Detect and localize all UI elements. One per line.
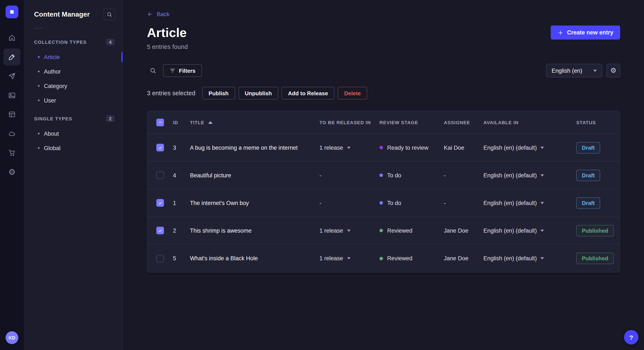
- cell-available-in[interactable]: English (en) (default): [484, 172, 576, 178]
- publish-button[interactable]: Publish: [202, 87, 235, 100]
- cell-available-in[interactable]: English (en) (default): [484, 200, 576, 206]
- strapi-logo[interactable]: [6, 5, 18, 18]
- bullet-icon: [38, 147, 40, 149]
- table-header-row: ID TITLE TO BE RELEASED IN REVIEW STAGE …: [147, 111, 620, 134]
- sort-ascending-icon[interactable]: [208, 121, 212, 124]
- sidebar-item-user[interactable]: User: [24, 93, 122, 108]
- cell-assignee: Jane Doe: [444, 227, 484, 234]
- cell-release: -: [320, 172, 380, 178]
- bullet-icon: [38, 71, 40, 72]
- status-badge: Draft: [576, 197, 600, 209]
- help-button[interactable]: ?: [624, 330, 638, 345]
- row-checkbox[interactable]: [156, 227, 164, 234]
- sidebar-item-label: User: [44, 97, 56, 104]
- single-types-count-badge: 2: [106, 115, 114, 122]
- bullet-icon: [38, 56, 40, 58]
- table-row[interactable]: 2 This shrimp is awesome 1 release Revie…: [147, 217, 620, 245]
- unpublish-button[interactable]: Unpublish: [238, 87, 278, 100]
- sidebar-item-author[interactable]: Author: [24, 64, 122, 79]
- status-badge: Draft: [576, 170, 600, 181]
- select-all-checkbox[interactable]: [156, 118, 164, 126]
- cell-available-in[interactable]: English (en) (default): [484, 227, 576, 234]
- table-row[interactable]: 5 What's inside a Black Hole 1 release R…: [147, 245, 620, 272]
- delete-button[interactable]: Delete: [338, 87, 367, 100]
- add-to-release-button[interactable]: Add to Release: [282, 87, 334, 100]
- cell-release[interactable]: 1 release: [320, 255, 380, 262]
- table-row[interactable]: 4 Beautiful picture - To do - English (e…: [147, 162, 620, 189]
- back-arrow-icon: [147, 11, 153, 17]
- row-checkbox[interactable]: [156, 255, 164, 262]
- entries-count: 5 entries found: [147, 43, 188, 50]
- status-badge: Published: [576, 225, 614, 236]
- cell-available-in[interactable]: English (en) (default): [484, 255, 576, 262]
- bullet-icon: [38, 133, 40, 134]
- stage-dot: [380, 201, 383, 204]
- sidebar-item-label: Article: [44, 54, 60, 60]
- content-manager-sidebar: Content Manager COLLECTION TYPES 4 Artic…: [24, 0, 123, 350]
- cell-title: This shrimp is awesome: [190, 217, 320, 244]
- entries-selected-text: 3 entries selected: [147, 90, 195, 97]
- table-row[interactable]: 1 The internet's Own boy - To do - Engli…: [147, 189, 620, 217]
- back-link[interactable]: Back: [147, 11, 170, 17]
- column-header-release[interactable]: TO BE RELEASED IN: [320, 120, 380, 125]
- sidebar-item-article[interactable]: Article: [24, 50, 122, 64]
- column-header-status[interactable]: STATUS: [576, 120, 620, 125]
- chevron-down-icon: [541, 174, 544, 176]
- sidebar-item-label: Author: [44, 68, 61, 75]
- chevron-down-icon: [541, 202, 544, 204]
- releases-icon[interactable]: [4, 68, 20, 85]
- view-settings-gear-icon[interactable]: ⚙: [606, 64, 620, 77]
- cell-status: Published: [576, 225, 620, 236]
- chevron-down-icon: [347, 147, 350, 149]
- cell-release[interactable]: 1 release: [320, 227, 380, 234]
- column-header-title[interactable]: TITLE: [190, 120, 320, 125]
- entries-table: ID TITLE TO BE RELEASED IN REVIEW STAGE …: [147, 111, 620, 273]
- column-header-assignee[interactable]: ASSIGNEE: [444, 120, 484, 125]
- sidebar-item-global[interactable]: Global: [24, 141, 122, 155]
- row-checkbox[interactable]: [156, 199, 164, 207]
- search-icon[interactable]: [147, 65, 159, 77]
- cell-release[interactable]: 1 release: [320, 144, 380, 151]
- table-row[interactable]: 3 A bug is becoming a meme on the intern…: [147, 134, 620, 162]
- bullet-icon: [38, 100, 40, 101]
- sidebar-divider: [34, 28, 42, 28]
- marketplace-icon[interactable]: [4, 144, 20, 161]
- chevron-down-icon: [347, 257, 350, 259]
- user-avatar[interactable]: KD: [6, 331, 18, 344]
- cell-id: 4: [173, 172, 190, 178]
- media-library-icon[interactable]: [4, 87, 20, 104]
- locale-select[interactable]: English (en): [546, 64, 602, 77]
- stage-dot: [380, 174, 383, 177]
- search-icon[interactable]: [104, 8, 116, 20]
- rail-nav: ⚙: [4, 29, 20, 180]
- sidebar-item-label: Global: [44, 145, 60, 151]
- filter-icon: [170, 68, 176, 74]
- filters-button[interactable]: Filters: [163, 64, 202, 77]
- settings-icon[interactable]: ⚙: [4, 163, 20, 180]
- sidebar-title: Content Manager: [34, 11, 90, 18]
- content-manager-icon[interactable]: [4, 48, 20, 65]
- row-checkbox[interactable]: [156, 144, 164, 151]
- cell-status: Published: [576, 253, 620, 264]
- cell-id: 5: [173, 255, 190, 262]
- column-header-available-in[interactable]: AVAILABLE IN: [484, 120, 576, 125]
- collection-types-count-badge: 4: [106, 39, 114, 45]
- column-header-review-stage[interactable]: REVIEW STAGE: [380, 120, 444, 125]
- cell-review-stage: To do: [380, 172, 444, 178]
- sidebar-item-label: About: [44, 130, 59, 137]
- home-icon[interactable]: [4, 29, 20, 46]
- row-checkbox[interactable]: [156, 172, 164, 179]
- sidebar-item-category[interactable]: Category: [24, 79, 122, 93]
- create-new-entry-button[interactable]: Create new entry: [551, 25, 620, 39]
- stage-dot: [380, 146, 383, 149]
- sidebar-item-label: Category: [44, 83, 67, 89]
- column-header-id[interactable]: ID: [173, 120, 190, 125]
- cell-status: Draft: [576, 142, 620, 153]
- cell-title: Beautiful picture: [190, 161, 320, 189]
- cell-available-in[interactable]: English (en) (default): [484, 144, 576, 151]
- content-type-builder-icon[interactable]: [4, 106, 20, 123]
- sidebar-item-about[interactable]: About: [24, 126, 122, 141]
- cloud-icon[interactable]: [4, 125, 20, 142]
- cell-status: Draft: [576, 197, 620, 209]
- cell-id: 2: [173, 227, 190, 234]
